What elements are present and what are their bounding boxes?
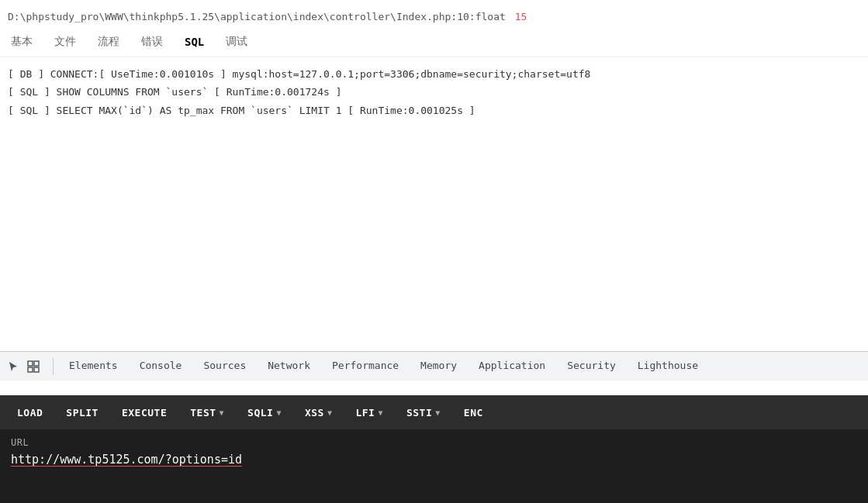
devtools-tab-elements[interactable]: Elements [58, 352, 129, 381]
test-arrow: ▼ [220, 408, 225, 417]
devtools-tab-sources[interactable]: Sources [192, 352, 257, 381]
log-line-1: [ DB ] CONNECT:[ UseTime:0.001010s ] mys… [8, 65, 860, 83]
xss-button[interactable]: XSS ▼ [294, 402, 344, 423]
devtools-tab-console[interactable]: Console [129, 352, 193, 381]
svg-rect-1 [34, 361, 39, 366]
file-path: D:\phpstudy_pro\WWW\thinkphp5.1.25\appli… [8, 11, 506, 22]
file-path-line: D:\phpstudy_pro\WWW\thinkphp5.1.25\appli… [0, 6, 868, 27]
test-button[interactable]: TEST ▼ [179, 402, 235, 423]
svg-rect-3 [34, 367, 39, 372]
ssti-arrow: ▼ [435, 408, 441, 417]
load-button[interactable]: LOAD [6, 402, 54, 423]
devtools-bar: Elements Console Sources Network Perform… [0, 351, 868, 381]
line-number: 15 [515, 11, 527, 22]
lfi-arrow: ▼ [378, 408, 383, 417]
ssti-button[interactable]: SSTI ▼ [396, 402, 451, 423]
svg-rect-0 [28, 361, 33, 366]
xss-arrow: ▼ [327, 408, 333, 417]
devtools-icon-group [5, 358, 42, 375]
tab-file[interactable]: 文件 [51, 33, 79, 50]
cursor-icon[interactable] [5, 358, 22, 375]
top-tab-bar: 基本 文件 流程 错误 SQL 调试 [0, 27, 868, 57]
tab-basic[interactable]: 基本 [8, 33, 36, 50]
url-section: URL http://www.tp5125.com/?options=id [0, 429, 868, 503]
execute-button[interactable]: EXECUTE [111, 402, 178, 423]
sqli-button[interactable]: SQLI ▼ [237, 402, 292, 423]
divider [53, 358, 54, 375]
url-label: URL [11, 437, 857, 448]
split-button[interactable]: SPLIT [55, 402, 109, 423]
devtools-tab-performance[interactable]: Performance [321, 352, 410, 381]
tab-flow[interactable]: 流程 [95, 33, 123, 50]
lfi-button[interactable]: LFI ▼ [344, 402, 394, 423]
log-content: [ DB ] CONNECT:[ UseTime:0.001010s ] mys… [0, 57, 868, 127]
svg-rect-2 [28, 367, 33, 372]
devtools-tab-security[interactable]: Security [556, 352, 627, 381]
toolbar: LOAD SPLIT EXECUTE TEST ▼ SQLI ▼ XSS ▼ L… [0, 395, 868, 429]
devtools-tab-application[interactable]: Application [468, 352, 556, 381]
log-line-3: [ SQL ] SELECT MAX(`id`) AS tp_max FROM … [8, 102, 860, 119]
url-value[interactable]: http://www.tp5125.com/?options=id [11, 453, 857, 467]
devtools-tab-lighthouse[interactable]: Lighthouse [627, 352, 709, 381]
tab-debug[interactable]: 调试 [223, 33, 251, 50]
inspect-icon[interactable] [25, 358, 42, 375]
tab-sql[interactable]: SQL [182, 34, 207, 50]
devtools-tabs: Elements Console Sources Network Perform… [58, 352, 863, 381]
enc-button[interactable]: ENC [453, 402, 494, 423]
devtools-tab-memory[interactable]: Memory [410, 352, 468, 381]
tab-error[interactable]: 错误 [138, 33, 166, 50]
devtools-tab-network[interactable]: Network [257, 352, 321, 381]
sqli-arrow: ▼ [276, 408, 282, 417]
log-line-2: [ SQL ] SHOW COLUMNS FROM `users` [ RunT… [8, 83, 860, 101]
main-content: D:\phpstudy_pro\WWW\thinkphp5.1.25\appli… [0, 0, 868, 326]
